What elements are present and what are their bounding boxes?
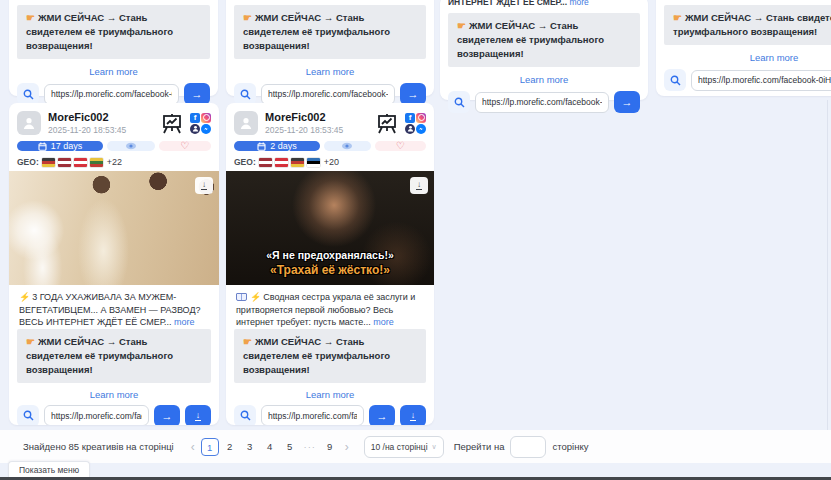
learn-more-link[interactable]: Learn more: [234, 66, 426, 77]
days-active-button[interactable]: 17 days: [17, 141, 103, 151]
search-button[interactable]: [234, 405, 256, 426]
learn-more-link[interactable]: Learn more: [17, 66, 210, 77]
search-icon: [23, 89, 34, 100]
facebook-icon: f: [405, 113, 415, 123]
card-actions: 2 days ♡: [234, 141, 426, 151]
search-button[interactable]: [17, 83, 39, 105]
goto-page-label: Перейти на: [454, 441, 505, 452]
search-button[interactable]: [664, 69, 686, 91]
page-button-2[interactable]: 2: [221, 438, 239, 456]
open-url-button[interactable]: →: [614, 91, 640, 113]
heart-icon: ♡: [396, 141, 405, 151]
ad-body-text: ⚡Сводная сестра украла её заслуги и прит…: [236, 291, 424, 329]
download-creative-button[interactable]: ↓: [185, 405, 211, 426]
days-active-button[interactable]: 2 days: [234, 141, 320, 151]
results-count-text: Знайдено 85 креативів на сторінці: [23, 441, 174, 452]
landing-url-input[interactable]: [44, 84, 179, 105]
search-icon: [240, 410, 251, 421]
pagination-bar: Знайдено 85 креативів на сторінці ‹ 1 2 …: [0, 430, 831, 463]
learn-more-link[interactable]: Learn more: [448, 74, 640, 85]
advertiser-name[interactable]: MoreFic002: [48, 112, 126, 123]
open-url-button[interactable]: →: [154, 405, 180, 426]
creative-card: MoreFic002 2025-11-20 18:53:45 f 17 days: [9, 103, 219, 425]
page-button-9[interactable]: 9: [321, 438, 339, 456]
show-menu-button[interactable]: Показать меню: [8, 461, 90, 477]
prev-page-button[interactable]: ‹: [186, 440, 200, 454]
presentation-chart-icon: [375, 113, 399, 134]
download-creative-button[interactable]: ↓: [400, 405, 426, 426]
search-button[interactable]: [17, 405, 39, 426]
flag-at-icon: [74, 158, 87, 167]
image-overlay-text-1: «Я не предохранялась!»: [226, 249, 434, 261]
creative-card-fragment: ☛ЖМИ СЕЙЧАС → Стань свидетелем её триумф…: [9, 0, 218, 96]
geo-row: GEO: +22: [17, 157, 211, 167]
card-header: MoreFic002 2025-11-20 18:53:45 f: [234, 111, 426, 135]
creative-image[interactable]: ↓: [9, 171, 219, 285]
preview-button[interactable]: [107, 141, 155, 151]
page-button-4[interactable]: 4: [261, 438, 279, 456]
person-icon: [22, 116, 36, 130]
geo-label: GEO:: [17, 157, 39, 167]
ad-cta-headline: ☛ЖМИ СЕЙЧАС → Стань свидетелем её триумф…: [234, 329, 426, 383]
download-image-button[interactable]: ↓: [410, 177, 428, 194]
learn-more-link[interactable]: Learn more: [664, 52, 831, 63]
flag-at-icon: [275, 158, 288, 167]
eye-icon: [125, 142, 137, 150]
advertiser-name[interactable]: MoreFic002: [265, 112, 343, 123]
landing-url-input[interactable]: [261, 405, 364, 425]
landing-url-input[interactable]: [691, 70, 831, 91]
scrollbar-track[interactable]: [827, 100, 828, 430]
creative-datetime: 2025-11-20 18:53:45: [265, 126, 343, 135]
page-button-1[interactable]: 1: [201, 438, 219, 456]
avatar: [234, 111, 258, 135]
messenger-icon: [416, 124, 426, 134]
creative-card-fragment: ☛ЖМИ СЕЙЧАС → Стань свидетелем её триумф…: [226, 0, 434, 96]
open-url-button[interactable]: →: [369, 405, 395, 426]
learn-more-link[interactable]: Learn more: [17, 389, 211, 400]
pages-ellipsis: ···: [301, 438, 319, 456]
header-icons: f: [160, 113, 211, 134]
page-button-3[interactable]: 3: [241, 438, 259, 456]
geo-more-count[interactable]: +20: [324, 157, 339, 167]
more-link[interactable]: more: [569, 0, 588, 7]
ad-cta-headline: ☛ЖМИ СЕЙЧАС → Стань свидетелем её триумф…: [448, 13, 640, 67]
open-url-button[interactable]: →: [184, 83, 210, 105]
landing-url-input[interactable]: [44, 405, 149, 425]
placement-icons: f: [405, 113, 426, 134]
more-link[interactable]: more: [174, 317, 195, 327]
next-page-button[interactable]: ›: [340, 440, 354, 454]
learn-more-link[interactable]: Learn more: [234, 389, 426, 400]
open-url-button[interactable]: →: [400, 83, 426, 105]
card-bottom: ☛ЖМИ СЕЙЧАС → Стань свидетелем её триумф…: [226, 329, 434, 426]
creative-image[interactable]: ↓ «Я не предохранялась!» «Трахай её жёст…: [226, 171, 434, 285]
image-overlay-text-2: «Трахай её жёстко!»: [226, 263, 434, 277]
audience-network-icon: [405, 124, 415, 134]
favorite-button[interactable]: ♡: [159, 141, 211, 151]
ad-cta-headline-text: ЖМИ СЕЙЧАС → Стань свидетелем её триумфа…: [457, 20, 604, 59]
per-page-select[interactable]: 10 /на сторінці ∨: [364, 436, 444, 458]
landing-url-row: → ↓: [234, 405, 426, 426]
pointing-hand-icon: ☛: [26, 12, 35, 23]
lightning-icon: ⚡: [19, 292, 30, 302]
landing-url-input[interactable]: [261, 84, 395, 105]
lightning-icon: ⚡: [250, 292, 261, 302]
preview-button[interactable]: [324, 141, 371, 151]
per-page-value: 10 /на сторінці: [371, 442, 428, 452]
search-button[interactable]: [234, 83, 256, 105]
page-button-5[interactable]: 5: [281, 438, 299, 456]
arrow-right-icon: →: [377, 410, 388, 422]
landing-url-input[interactable]: [475, 92, 609, 113]
favorite-button[interactable]: ♡: [375, 141, 426, 151]
search-icon: [454, 97, 465, 108]
more-link[interactable]: more: [373, 317, 394, 327]
geo-more-count[interactable]: +22: [107, 157, 122, 167]
landing-url-row: →: [234, 83, 426, 105]
open-book-icon: [236, 293, 247, 301]
card-bottom: ☛ЖМИ СЕЙЧАС → Стань свидетелем её триумф…: [9, 329, 219, 426]
page-jump-input[interactable]: [510, 436, 546, 458]
days-active-label: 2 days: [270, 141, 297, 151]
download-icon: ↓: [410, 411, 417, 421]
flag-de-icon: [42, 158, 55, 167]
search-button[interactable]: [448, 91, 470, 113]
download-image-button[interactable]: ↓: [195, 177, 213, 194]
